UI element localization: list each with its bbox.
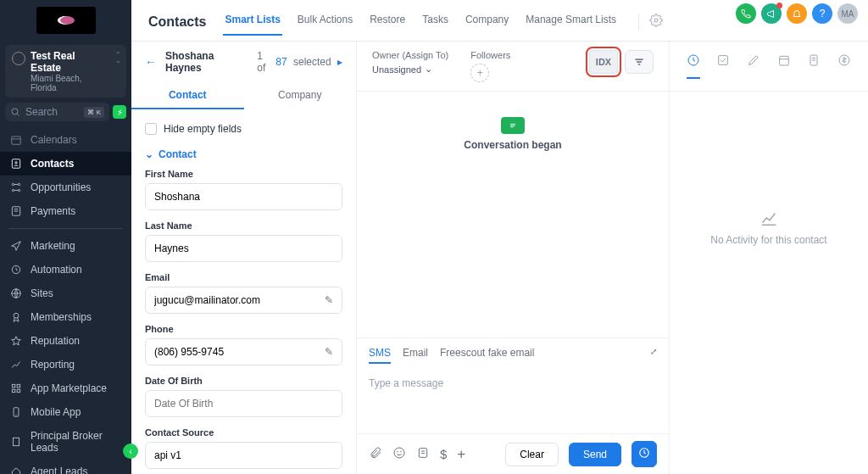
edit-email-icon[interactable]: ✎ [325, 294, 333, 306]
sidebar-item-memberships[interactable]: Memberships [0, 305, 131, 329]
announce-icon[interactable] [761, 3, 782, 24]
phone-input[interactable] [154, 346, 325, 358]
tab-manage-smart-lists[interactable]: Manage Smart Lists [524, 8, 618, 36]
checkbox-icon[interactable] [145, 123, 157, 135]
template-icon[interactable] [416, 446, 430, 463]
first-name-input[interactable] [154, 191, 333, 203]
owner-block[interactable]: Owner (Assign To) Unassigned⌄ [372, 50, 448, 75]
clear-button[interactable]: Clear [505, 443, 559, 466]
sidebar-item-reputation[interactable]: Reputation [0, 329, 131, 353]
edit-phone-icon[interactable]: ✎ [325, 346, 333, 358]
avatar[interactable]: MA [837, 3, 858, 24]
call-icon[interactable] [736, 3, 756, 24]
source-input[interactable] [154, 449, 333, 461]
tab-bulk-actions[interactable]: Bulk Actions [296, 8, 354, 36]
composer-bar: $ + Clear Send [357, 433, 669, 474]
sidebar-item-opportunities[interactable]: Opportunities [0, 176, 131, 199]
message-icon [501, 117, 525, 134]
schedule-send-button[interactable] [632, 441, 657, 467]
conversation-began-text: Conversation began [464, 139, 561, 151]
search-input[interactable]: Search ⌘ K [5, 103, 109, 121]
sidebar-item-mobile-app[interactable]: Mobile App [0, 400, 131, 424]
msg-tab-email[interactable]: Email [403, 347, 428, 364]
subtab-company[interactable]: Company [244, 82, 357, 109]
section-contact[interactable]: ⌄ Contact [145, 143, 342, 169]
tab-notes-icon[interactable] [747, 53, 760, 79]
svg-rect-44 [779, 56, 788, 65]
tab-company[interactable]: Company [464, 8, 510, 36]
activity-column: No Activity for this contact [670, 42, 868, 474]
send-icon [10, 240, 22, 252]
bolt-button[interactable]: ⚡︎ [113, 105, 126, 119]
chart-icon [10, 359, 22, 371]
conversation-column: Owner (Assign To) Unassigned⌄ Followers … [357, 42, 670, 474]
emoji-icon[interactable] [392, 446, 406, 463]
header-settings-icon[interactable] [638, 14, 663, 31]
back-arrow[interactable]: ← [145, 55, 157, 69]
sidebar-item-contacts[interactable]: Contacts [0, 152, 131, 176]
chevron-down-icon: ⌄ [425, 64, 432, 75]
star-icon [10, 335, 22, 347]
attach-icon[interactable] [369, 446, 382, 463]
filter-button[interactable] [625, 50, 654, 74]
sidebar-item-payments[interactable]: Payments [0, 199, 131, 223]
help-icon[interactable]: ? [812, 3, 832, 24]
svg-point-35 [394, 448, 404, 458]
tab-smart-lists[interactable]: Smart Lists [223, 8, 281, 36]
company-switcher[interactable]: Test Real Estate Miami Beach, Florida ⌃⌄ [5, 45, 126, 98]
last-name-input[interactable] [154, 243, 333, 254]
tab-activity-icon[interactable] [687, 53, 700, 79]
sidebar-item-app-marketplace[interactable]: App Marketplace [0, 376, 131, 400]
grid-icon [10, 382, 22, 394]
msg-tab-sms[interactable]: SMS [369, 347, 391, 364]
sidebar-item-calendars[interactable]: Calendars [0, 128, 131, 152]
hide-empty-row[interactable]: Hide empty fields [145, 118, 342, 143]
subtab-contact[interactable]: Contact [131, 82, 244, 109]
tab-payments-icon[interactable] [837, 53, 851, 79]
field-last-name: Last Name [145, 220, 342, 262]
dollar-icon[interactable]: $ [440, 447, 447, 461]
filter-icon [633, 56, 645, 68]
tab-docs-icon[interactable] [807, 53, 821, 79]
plus-icon[interactable]: + [457, 446, 465, 463]
page-title: Contacts [148, 14, 206, 30]
next-arrow[interactable]: ▸ [337, 56, 342, 68]
tab-tasks-icon[interactable] [716, 53, 730, 79]
msg-tab-freescout[interactable]: Freescout fake email [440, 347, 534, 364]
field-email: Email ✎ [145, 272, 342, 314]
sidebar-item-reporting[interactable]: Reporting [0, 353, 131, 376]
message-input[interactable]: Type a message [369, 372, 657, 423]
svg-rect-20 [12, 389, 15, 393]
contact-name: Shoshana Haynes [165, 50, 248, 74]
pager: 1 of 87 selected ▸ [257, 50, 342, 74]
sidebar: Test Real Estate Miami Beach, Florida ⌃⌄… [0, 0, 131, 474]
owner-row: Owner (Assign To) Unassigned⌄ Followers … [357, 42, 669, 92]
svg-rect-18 [12, 384, 15, 388]
send-button[interactable]: Send [569, 443, 621, 466]
dob-input[interactable] [154, 398, 333, 410]
idx-button[interactable]: IDX [589, 50, 618, 74]
svg-rect-38 [419, 448, 426, 457]
payments-icon [10, 205, 22, 217]
logo [36, 7, 96, 34]
svg-point-28 [654, 19, 658, 22]
sidebar-item-principal-broker-leads[interactable]: Principal Broker Leads [0, 424, 131, 460]
bell-icon[interactable] [787, 3, 807, 24]
followers-block: Followers + [470, 50, 510, 82]
tab-tasks[interactable]: Tasks [420, 8, 450, 36]
tab-restore[interactable]: Restore [368, 8, 407, 36]
tab-appt-icon[interactable] [777, 53, 791, 79]
add-follower-button[interactable]: + [470, 64, 489, 82]
collapse-icon[interactable]: ⤢ [650, 347, 657, 364]
header-tabs: Smart Lists Bulk Actions Restore Tasks C… [223, 8, 618, 36]
sidebar-item-sites[interactable]: Sites [0, 282, 131, 305]
email-input[interactable] [154, 294, 325, 306]
svg-point-9 [18, 189, 19, 191]
phone-icon [10, 406, 22, 418]
top-icons: ? MA [736, 3, 858, 24]
sidebar-item-agent-leads[interactable]: Agent Leads [0, 460, 131, 474]
svg-point-6 [12, 183, 14, 185]
sidebar-item-marketing[interactable]: Marketing [0, 234, 131, 258]
svg-rect-21 [17, 389, 20, 393]
sidebar-item-automation[interactable]: Automation [0, 258, 131, 282]
